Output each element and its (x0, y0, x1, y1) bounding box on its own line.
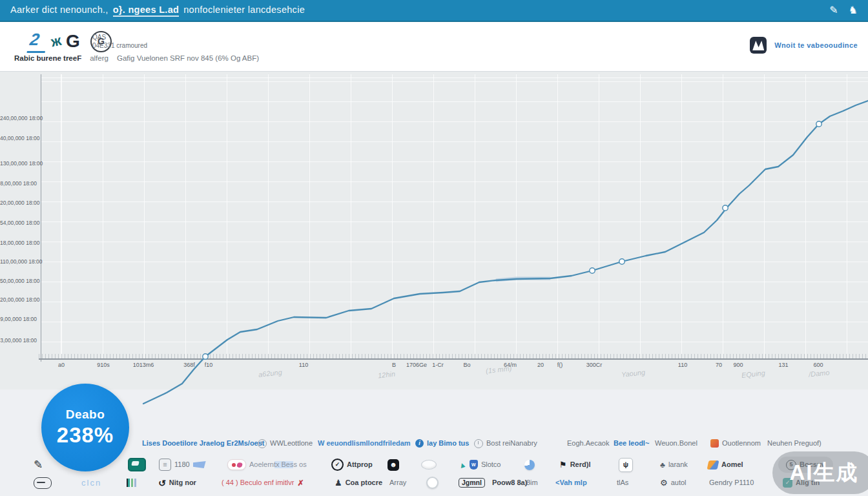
link-dooetilore-label: Lises Dooetilore Jraelog Er2Ms/oest (142, 440, 265, 447)
subtitle-bold: Rabic burene treeF (14, 54, 81, 62)
link-leottlone[interactable]: WWLeottlone (258, 438, 313, 449)
coa-ptocre[interactable]: ♟Coa ptocre (335, 475, 382, 491)
ellipse-disc[interactable] (421, 457, 437, 473)
app-logo-icon (750, 37, 767, 54)
gendry-label: Gendry P1110 (709, 479, 754, 486)
vah-mlp-label: <Vah mlp (555, 479, 587, 486)
brand-scribble-icon: ж (50, 32, 63, 51)
autol[interactable]: ⚙autol (660, 475, 687, 491)
slotco[interactable]: ▲WSlotco (459, 457, 501, 473)
circleo-icon (426, 477, 439, 489)
w-tile[interactable]: ψ (619, 457, 633, 473)
ai-generated-watermark: AI生成 (772, 451, 868, 494)
8im-label: 8im (526, 479, 538, 486)
link-neuhen-label: Neuhen Preguof) (767, 440, 822, 447)
subtitle-mid: alferg (90, 54, 108, 62)
clcn[interactable]: clcn (81, 475, 101, 491)
larank[interactable]: ♣larank (660, 457, 688, 473)
link-ouotlennom[interactable]: Ouotlennom (710, 438, 761, 449)
toolbar-right-link[interactable]: Wnoit te vabeooudince (750, 37, 858, 54)
beculo-label: ( 44 ) Beculo enf imitlvr (222, 479, 294, 486)
menu-1180-label: 1180 (174, 461, 190, 468)
bird-icon: ▲ (457, 460, 467, 470)
squiggle-icon[interactable]: ✎ (829, 5, 838, 16)
jgmnl-label: Jgmnl (459, 478, 485, 488)
8im[interactable]: 8im (526, 475, 538, 491)
link-leottlone-label: WWLeottlone (270, 440, 313, 447)
jgmnl[interactable]: Jgmnl (459, 475, 485, 491)
pie-badge[interactable] (524, 457, 535, 473)
card-icon (34, 477, 52, 489)
camera-chip[interactable] (128, 457, 146, 473)
clcn-label: clcn (81, 479, 101, 487)
flagblue-icon (193, 461, 206, 468)
subtitle-rest: Gafig Vuelonen SRF nov 845 (6% Og ABF) (117, 54, 259, 62)
link-bost-label: Bost reiNanabry (486, 440, 537, 447)
swoosh-icon (707, 460, 719, 470)
vah-mlp[interactable]: <Vah mlp (555, 475, 587, 491)
brand-meta-line1: QAS (92, 33, 147, 41)
ai-watermark-label: AI生成 (790, 459, 859, 488)
poow8[interactable]: Poow8 8a) (492, 475, 527, 491)
pie-icon (524, 460, 535, 470)
app-tile[interactable]: ☻ (388, 457, 399, 473)
brand-2-logo: 2 (26, 30, 48, 53)
bars-chart[interactable] (127, 475, 138, 491)
link-bee-leodl-label: Bee leodl~ (614, 440, 649, 447)
toolbar: 2 ж G G QAS 04E331 cramoured Rabic buren… (0, 22, 868, 72)
link-eeuondl[interactable]: W eeuondlismllondfriledam (318, 438, 411, 449)
link-lay-bimo[interactable]: ilay Bimo tus (415, 438, 469, 449)
toolbar-link-label: Wnoit te vabeooudince (774, 41, 858, 49)
appdark-icon: ☻ (388, 459, 399, 471)
link-neuhen[interactable]: Neuhen Preguof) (767, 438, 822, 449)
app-root: Aarker dict nenounch., o}. ngees L.ad no… (0, 0, 868, 496)
dot-pink-icon (236, 461, 242, 468)
tlas-label: tlAs (617, 479, 628, 486)
circle-disc[interactable] (426, 475, 439, 491)
flag-icon: ⚑ (559, 460, 567, 469)
link-bee-leodl[interactable]: Bee leodl~ (614, 438, 649, 449)
aoelerntx-label: Aoelerntx Bess os (249, 461, 307, 468)
paw-icon: ♣ (660, 461, 665, 469)
card-outline[interactable] (34, 475, 52, 491)
tlas[interactable]: tlAs (617, 475, 628, 491)
link-weuon-label: Weuon.Bonel (655, 440, 698, 447)
chart-grid (41, 74, 868, 358)
aoelerntx[interactable]: Aoelerntx Bess os (227, 457, 307, 473)
icon-row-1: ✎≡1180Aoelerntx Bess os✓Attprop☻▲WSlotco… (0, 457, 868, 473)
toolbar-subtitle: Rabic burene treeF alferg Gafig Vuelonen… (14, 54, 259, 62)
badge-value: 238% (57, 423, 114, 448)
aomel[interactable]: Aomel (708, 457, 743, 473)
plug-icon: ↺ (158, 479, 166, 488)
brand-meta: QAS 04E331 cramoured (92, 33, 147, 50)
autol-label: autol (671, 479, 687, 486)
top-bar-icons: ✎ ♞ (829, 5, 858, 16)
gear-icon: ⚙ (660, 479, 668, 487)
menu-1180[interactable]: ≡1180 (159, 457, 206, 473)
attprop[interactable]: ✓Attprop (331, 457, 373, 473)
array[interactable]: Array (389, 475, 406, 491)
gendry[interactable]: Gendry P1110 (709, 475, 754, 491)
checkc-icon: ✓ (331, 459, 344, 471)
signature-sketch[interactable]: ✎ (34, 457, 43, 473)
link-bost[interactable]: Bost reiNanabry (474, 438, 537, 449)
larank-label: larank (668, 461, 688, 468)
icon-row-2: clcn↺Nitg nor( 44 ) Beculo enf imitlvr✗♟… (0, 475, 868, 491)
x-axis-line (39, 358, 868, 360)
bird-mark-icon[interactable]: ♞ (849, 5, 858, 16)
shield-icon: W (470, 460, 478, 470)
brand-g-logo: G (66, 31, 79, 52)
link-eogh[interactable]: Eogh.Aecaok (567, 438, 609, 449)
bars-icon (127, 479, 138, 487)
slotco-label: Slotco (481, 461, 501, 468)
link-weuon[interactable]: Weuon.Bonel (655, 438, 698, 449)
fire-icon (710, 439, 719, 448)
coa-ptocre-label: Coa ptocre (346, 479, 382, 486)
nitg-nor[interactable]: ↺Nitg nor (158, 475, 196, 491)
aomel-label: Aomel (721, 461, 743, 468)
menu-box-icon: ≡ (159, 459, 171, 471)
beculo[interactable]: ( 44 ) Beculo enf imitlvr✗ (222, 475, 304, 491)
link-dooetilore[interactable]: Lises Dooetilore Jraelog Er2Ms/oest (142, 438, 265, 449)
rerdl[interactable]: ⚑Rerd)l (559, 457, 590, 473)
percentage-badge: Deabo 238% (41, 384, 129, 471)
